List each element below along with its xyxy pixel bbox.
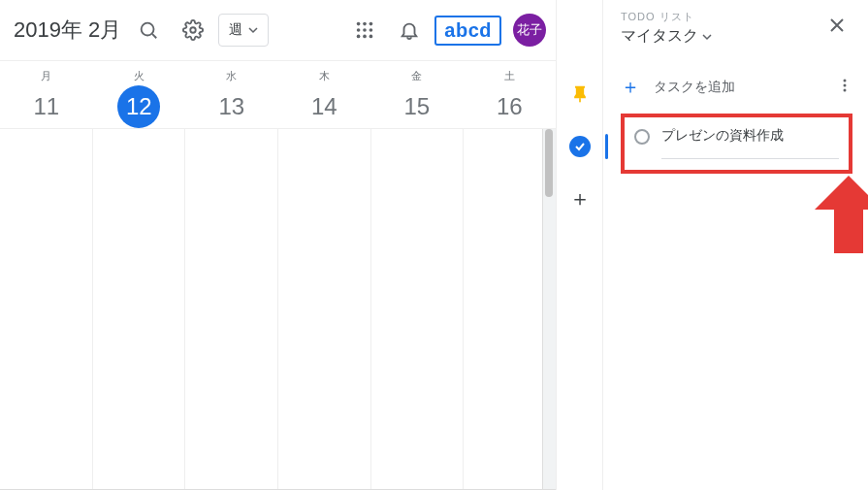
day-col-sat[interactable]: 土 16 bbox=[464, 61, 557, 128]
svg-point-4 bbox=[363, 22, 367, 26]
svg-point-13 bbox=[844, 79, 847, 82]
svg-point-6 bbox=[357, 28, 361, 32]
svg-point-15 bbox=[844, 88, 847, 91]
more-options-icon[interactable] bbox=[837, 78, 852, 97]
dow-label: 水 bbox=[185, 69, 278, 83]
tasks-icon[interactable] bbox=[563, 130, 596, 163]
apps-grid-icon[interactable] bbox=[345, 11, 384, 49]
scrollbar-thumb[interactable] bbox=[545, 129, 553, 197]
close-icon[interactable] bbox=[821, 10, 852, 41]
svg-point-14 bbox=[844, 83, 847, 86]
tasks-list-name: マイタスク bbox=[621, 26, 698, 47]
dow-label: 木 bbox=[278, 69, 371, 83]
brand-badge: abcd bbox=[434, 16, 501, 46]
day-number[interactable]: 15 bbox=[396, 85, 438, 128]
task-complete-toggle[interactable] bbox=[634, 129, 650, 145]
svg-marker-16 bbox=[815, 176, 868, 253]
notifications-bell-icon[interactable] bbox=[390, 11, 429, 49]
svg-line-1 bbox=[152, 34, 156, 38]
tasks-list-selector[interactable]: マイタスク bbox=[621, 26, 821, 47]
add-task-button[interactable]: ＋ タスクを追加 bbox=[621, 74, 735, 100]
calendar-main: 2019年 2月 週 abcd 花子 bbox=[0, 0, 556, 490]
dow-label: 火 bbox=[93, 69, 186, 83]
keep-icon[interactable] bbox=[563, 78, 596, 111]
avatar[interactable]: 花子 bbox=[513, 14, 546, 47]
day-number[interactable]: 14 bbox=[303, 85, 345, 128]
month-label: 2019年 2月 bbox=[14, 16, 121, 45]
plus-icon: ＋ bbox=[569, 184, 591, 213]
search-icon[interactable] bbox=[129, 11, 168, 49]
tasks-panel: TODO リスト マイタスク ＋ タスクを追加 bbox=[602, 0, 868, 490]
day-number[interactable]: 11 bbox=[25, 85, 68, 128]
dow-label: 金 bbox=[370, 69, 464, 83]
day-col-wed[interactable]: 水 13 bbox=[185, 61, 278, 128]
svg-point-0 bbox=[142, 23, 154, 36]
side-rail: ＋ bbox=[556, 0, 602, 490]
topbar: 2019年 2月 週 abcd 花子 bbox=[0, 0, 556, 60]
day-number[interactable]: 13 bbox=[210, 85, 253, 128]
svg-point-5 bbox=[370, 22, 373, 26]
settings-gear-icon[interactable] bbox=[174, 11, 212, 49]
day-col-thu[interactable]: 木 14 bbox=[278, 61, 371, 128]
task-item-highlight: プレゼンの資料作成 bbox=[621, 114, 852, 174]
add-app-icon[interactable]: ＋ bbox=[563, 182, 596, 215]
svg-point-3 bbox=[357, 22, 361, 26]
day-col-fri[interactable]: 金 15 bbox=[370, 61, 464, 128]
svg-point-7 bbox=[363, 28, 367, 32]
add-task-label: タスクを追加 bbox=[654, 79, 735, 96]
plus-icon: ＋ bbox=[621, 74, 640, 100]
view-selector[interactable]: 週 bbox=[218, 14, 269, 47]
day-number[interactable]: 16 bbox=[488, 85, 530, 128]
day-number-selected[interactable]: 12 bbox=[117, 85, 160, 128]
chevron-down-icon bbox=[248, 22, 258, 38]
dow-label: 土 bbox=[464, 69, 557, 83]
calendar-body[interactable] bbox=[0, 128, 556, 489]
tasks-panel-subtitle: TODO リスト bbox=[621, 10, 821, 24]
day-col-tue[interactable]: 火 12 bbox=[93, 61, 186, 128]
scrollbar[interactable] bbox=[542, 129, 556, 489]
svg-rect-12 bbox=[579, 98, 581, 102]
svg-point-10 bbox=[363, 35, 367, 39]
svg-point-8 bbox=[370, 28, 373, 32]
calendar-day-header: 月 11 火 12 水 13 木 14 金 15 土 16 bbox=[0, 60, 556, 128]
day-col-mon[interactable]: 月 11 bbox=[0, 61, 93, 128]
view-selector-label: 週 bbox=[229, 21, 242, 39]
svg-point-9 bbox=[357, 35, 361, 39]
svg-point-11 bbox=[370, 35, 373, 39]
svg-point-2 bbox=[191, 27, 197, 33]
chevron-down-icon bbox=[702, 28, 712, 46]
dow-label: 月 bbox=[0, 69, 93, 83]
task-title[interactable]: プレゼンの資料作成 bbox=[661, 127, 839, 159]
